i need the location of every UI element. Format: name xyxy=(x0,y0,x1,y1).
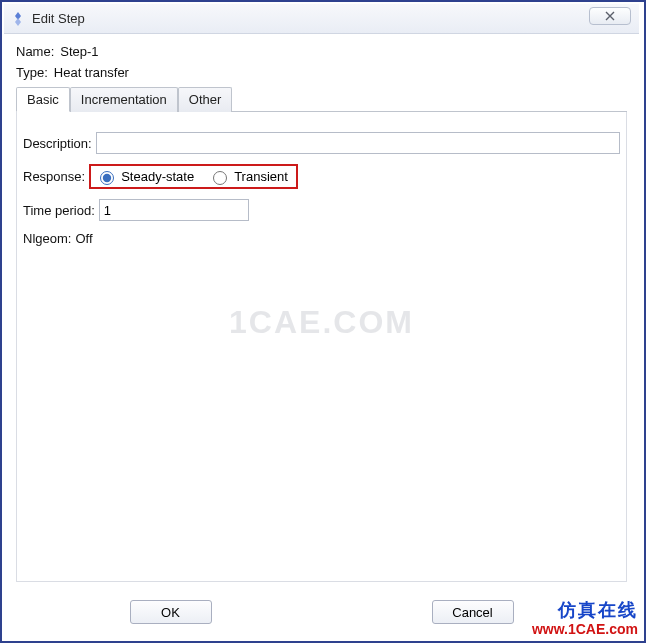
radio-transient-label: Transient xyxy=(234,169,288,184)
app-icon xyxy=(10,11,26,27)
type-label: Type: xyxy=(16,65,48,80)
titlebar: Edit Step xyxy=(4,4,639,34)
response-label: Response: xyxy=(23,169,85,184)
time-period-label: Time period: xyxy=(23,203,95,218)
tab-bar: Basic Incrementation Other xyxy=(16,86,627,112)
ok-button[interactable]: OK xyxy=(130,600,212,624)
edit-step-dialog: Edit Step Name: Step-1 Type: Heat transf… xyxy=(4,4,639,636)
radio-transient-input[interactable] xyxy=(213,171,227,185)
tab-basic[interactable]: Basic xyxy=(16,87,70,112)
tab-panel-basic: Description: Response: Steady-state xyxy=(16,112,627,582)
time-period-input[interactable] xyxy=(99,199,249,221)
nlgeom-label: Nlgeom: xyxy=(23,231,71,246)
nlgeom-value: Off xyxy=(75,231,92,246)
description-label: Description: xyxy=(23,136,92,151)
cancel-button[interactable]: Cancel xyxy=(432,600,514,624)
window-title: Edit Step xyxy=(32,11,85,26)
radio-transient[interactable]: Transient xyxy=(208,168,288,185)
radio-steady-state-label: Steady-state xyxy=(121,169,194,184)
radio-steady-state[interactable]: Steady-state xyxy=(95,168,194,185)
response-group: Steady-state Transient xyxy=(89,164,298,189)
close-button[interactable] xyxy=(589,7,631,25)
button-bar: OK Cancel xyxy=(4,600,639,624)
tab-incrementation[interactable]: Incrementation xyxy=(70,87,178,112)
type-value: Heat transfer xyxy=(54,65,129,80)
radio-steady-state-input[interactable] xyxy=(100,171,114,185)
name-label: Name: xyxy=(16,44,54,59)
tab-other[interactable]: Other xyxy=(178,87,233,112)
description-input[interactable] xyxy=(96,132,620,154)
name-value: Step-1 xyxy=(60,44,98,59)
